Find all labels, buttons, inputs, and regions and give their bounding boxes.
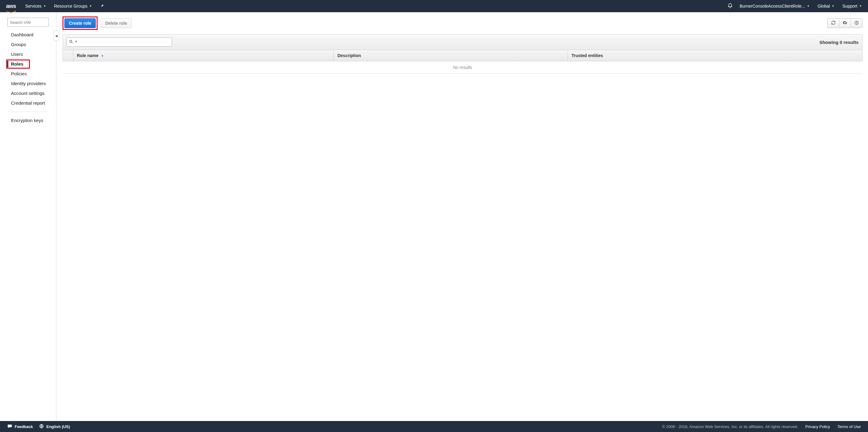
content-area: Create role Delete role — [56, 12, 868, 421]
refresh-button[interactable] — [828, 19, 839, 28]
notifications-button[interactable] — [727, 3, 733, 9]
caret-down-icon: ▼ — [43, 5, 46, 8]
help-icon — [854, 21, 859, 26]
sidebar-item-encryption-keys[interactable]: Encryption keys — [0, 116, 56, 125]
sidebar-item-label: Account settings — [11, 91, 44, 96]
help-button[interactable] — [850, 19, 862, 28]
roles-filter-input[interactable] — [66, 37, 172, 47]
sidebar-extra-list: Encryption keys — [0, 116, 56, 125]
table-header-role-name-label: Role name — [77, 53, 98, 58]
toolbar: Create role Delete role — [63, 17, 863, 30]
privacy-policy-link[interactable]: Privacy Policy — [805, 424, 830, 429]
nav-pin[interactable] — [100, 4, 104, 9]
svg-point-1 — [857, 24, 857, 24]
sidebar-item-policies[interactable]: Policies — [0, 69, 56, 79]
caret-down-icon: ▼ — [859, 5, 862, 8]
nav-region[interactable]: Global ▼ — [818, 4, 834, 8]
filter-bar: Showing 0 results — [63, 34, 863, 50]
roles-table: Role name ▼ Description Trusted entities… — [63, 50, 863, 74]
sidebar-item-groups[interactable]: Groups — [0, 40, 56, 50]
highlight-create-role: Create role — [63, 17, 98, 30]
nav-account-label: BurnerConsoleAccessClientRole... — [740, 4, 805, 8]
footer: Feedback English (US) © 2008 - 2018, Ama… — [0, 421, 868, 432]
no-results-cell: No results — [63, 61, 863, 74]
caret-down-icon: ▼ — [89, 5, 92, 8]
caret-down-icon: ▼ — [807, 5, 810, 8]
sort-down-icon: ▼ — [101, 54, 104, 58]
gear-icon — [843, 21, 847, 26]
sidebar-item-label: Roles — [11, 61, 24, 66]
sidebar-item-label: Policies — [11, 71, 27, 76]
sidebar-nav-list: DashboardGroupsUsersRolesPoliciesIdentit… — [0, 30, 56, 108]
nav-region-label: Global — [818, 4, 830, 8]
settings-button[interactable] — [839, 19, 850, 28]
results-count: Showing 0 results — [819, 40, 859, 45]
feedback-label: Feedback — [14, 424, 33, 429]
terms-of-use-link[interactable]: Terms of Use — [837, 424, 861, 429]
refresh-icon — [831, 21, 836, 26]
table-header-description-label: Description — [337, 53, 361, 58]
nav-resource-groups[interactable]: Resource Groups ▼ — [54, 4, 92, 8]
table-header-description[interactable]: Description — [334, 50, 567, 61]
main-area: DashboardGroupsUsersRolesPoliciesIdentit… — [0, 12, 868, 421]
sidebar-divider — [7, 112, 49, 112]
sidebar: DashboardGroupsUsersRolesPoliciesIdentit… — [0, 12, 56, 421]
create-role-button[interactable]: Create role — [64, 18, 96, 28]
delete-role-button: Delete role — [101, 18, 132, 28]
sidebar-item-users[interactable]: Users — [0, 50, 56, 59]
sidebar-item-label: Dashboard — [11, 32, 33, 37]
chevron-left-icon: ◀ — [55, 34, 58, 37]
sidebar-item-dashboard[interactable]: Dashboard — [0, 30, 56, 40]
language-selector[interactable]: English (US) — [39, 424, 70, 430]
sidebar-item-account-settings[interactable]: Account settings — [0, 89, 56, 98]
table-header-trusted-entities[interactable]: Trusted entities — [567, 50, 862, 61]
nav-services[interactable]: Services ▼ — [25, 4, 46, 8]
top-navbar: aws Services ▼ Resource Groups ▼ BurnerC… — [0, 0, 868, 12]
table-header-role-name[interactable]: Role name ▼ — [73, 50, 334, 61]
sidebar-item-roles[interactable]: Roles — [0, 59, 56, 69]
language-label: English (US) — [46, 424, 70, 429]
toolbar-right-tools — [827, 18, 863, 28]
aws-logo-swoosh-icon — [6, 8, 16, 11]
sidebar-item-credential-report[interactable]: Credential report — [0, 98, 56, 108]
sidebar-item-identity-providers[interactable]: Identity providers — [0, 79, 56, 89]
table-header-trusted-entities-label: Trusted entities — [571, 53, 603, 58]
table-header-select — [63, 50, 73, 61]
sidebar-item-label: Encryption keys — [11, 118, 43, 123]
sidebar-search-input[interactable] — [7, 18, 49, 27]
feedback-link[interactable]: Feedback — [7, 424, 33, 430]
footer-copyright: © 2008 - 2018, Amazon Web Services, Inc.… — [662, 424, 798, 429]
pin-icon — [100, 4, 104, 9]
sidebar-item-label: Users — [11, 52, 23, 57]
sidebar-collapse-handle[interactable]: ◀ — [54, 31, 59, 41]
aws-logo[interactable]: aws — [6, 3, 16, 9]
sidebar-item-label: Credential report — [11, 100, 45, 105]
nav-support[interactable]: Support ▼ — [842, 4, 862, 8]
caret-down-icon: ▼ — [832, 5, 834, 8]
speech-bubble-icon — [7, 424, 12, 430]
nav-resource-groups-label: Resource Groups — [54, 4, 88, 8]
globe-icon — [39, 424, 44, 430]
sidebar-item-label: Identity providers — [11, 81, 46, 86]
nav-account[interactable]: BurnerConsoleAccessClientRole... ▼ — [740, 4, 810, 8]
table-row-empty: No results — [63, 61, 863, 74]
nav-support-label: Support — [842, 4, 857, 8]
bell-icon — [727, 3, 733, 9]
nav-services-label: Services — [25, 4, 42, 8]
sidebar-item-label: Groups — [11, 42, 26, 47]
